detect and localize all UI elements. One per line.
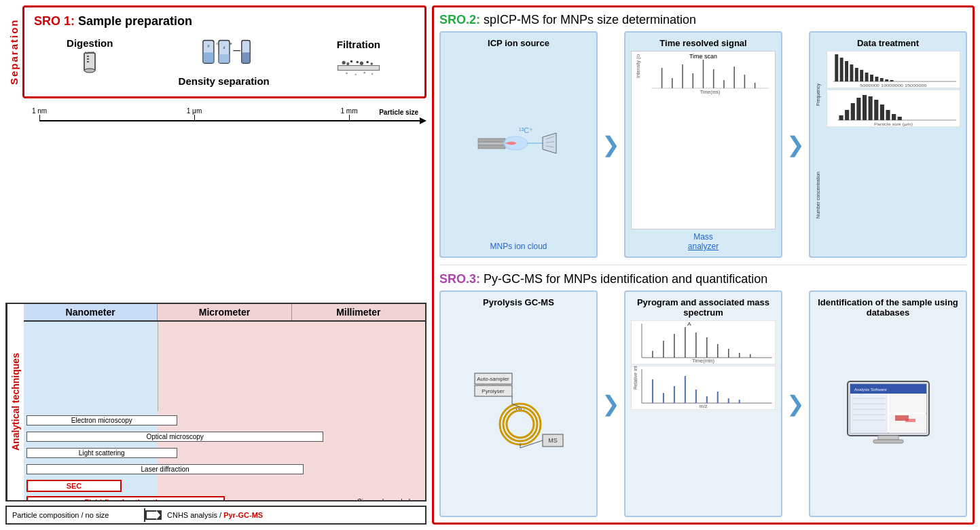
sro2-title: SRO.2: spICP-MS for MNPs size determinat…	[439, 13, 967, 27]
svg-text:Intensity (counts/s): Intensity (counts/s)	[636, 54, 641, 78]
svg-text:Particle size (μm): Particle size (μm)	[874, 122, 913, 127]
sro3-section: SRO.3: Py-GC-MS for MNPs identification …	[439, 272, 967, 517]
svg-point-28	[363, 71, 365, 73]
svg-text:Auto-sampler: Auto-sampler	[477, 376, 509, 382]
arrow-sro3-2: ❯	[786, 391, 805, 417]
sro2-time-box: Time resolved signal Time scan Intensity…	[624, 31, 782, 258]
svg-text:A: A	[687, 321, 691, 327]
svg-rect-72	[851, 103, 855, 120]
svg-text:Time(min): Time(min)	[692, 358, 714, 364]
svg-marker-30	[147, 510, 160, 520]
sro2-mass-subtitle: Massanalyzer	[688, 232, 719, 251]
analytical-techniques-label: Analytical techniques	[7, 304, 24, 500]
svg-rect-131	[889, 394, 926, 413]
sro1-density: p centrifuge d	[179, 35, 270, 87]
svg-rect-78	[886, 110, 890, 120]
svg-rect-79	[892, 114, 896, 120]
svg-point-25	[370, 62, 373, 65]
svg-point-90	[507, 411, 534, 438]
light-scattering-bar: Light scattering	[26, 448, 177, 458]
pyr-gc-ms-label: Pyr-GC-MS	[223, 511, 263, 519]
svg-point-20	[350, 60, 353, 62]
svg-rect-60	[860, 70, 863, 81]
techniques-rows	[24, 322, 425, 411]
svg-text:p: p	[207, 43, 209, 48]
svg-rect-58	[850, 64, 853, 81]
svg-rect-65	[885, 79, 888, 81]
sro3-identification-title: Identification of the sample using datab…	[816, 297, 960, 318]
svg-rect-140	[878, 436, 899, 440]
filtration-icon	[335, 53, 382, 83]
svg-rect-56	[840, 58, 843, 81]
density-label: Density separation	[179, 75, 270, 87]
svg-rect-2	[87, 56, 89, 57]
sro2-title-text: spICP-MS for MNPs size determination	[484, 13, 696, 26]
number-conc-label: Number concentration	[816, 172, 825, 219]
digestion-icon	[76, 52, 103, 86]
svg-point-21	[346, 62, 349, 64]
svg-rect-13	[219, 54, 230, 63]
svg-rect-63	[875, 77, 878, 81]
left-panel: Separation SRO 1: Sample preparation Dig…	[5, 5, 427, 525]
sro3-boxes: Pyrolysis GC-MS Auto-sampler Pyrolyser G…	[439, 290, 967, 517]
sro2-time-title: Time resolved signal	[659, 38, 746, 48]
svg-rect-57	[845, 61, 848, 81]
svg-rect-74	[863, 95, 867, 120]
fff-row: Field-flow fractionation Size and morpho…	[25, 494, 424, 501]
svg-point-26	[346, 72, 348, 74]
sec-row: SEC	[25, 478, 424, 494]
laser-diffraction-bar: Laser diffraction	[26, 464, 304, 474]
svg-rect-3	[87, 58, 89, 60]
sro1-title: SRO 1: Sample preparation	[34, 14, 415, 29]
sro3-pyrolysis-title: Pyrolysis GC-MS	[483, 297, 554, 307]
svg-rect-66	[890, 80, 894, 81]
svg-text:Analysis Software: Analysis Software	[854, 387, 887, 392]
techniques-content: Nanometer Micrometer Millimeter	[24, 304, 425, 500]
svg-rect-77	[880, 105, 884, 120]
svg-rect-32	[478, 143, 505, 145]
svg-point-27	[355, 73, 357, 75]
sro1-title-text: Sample preparation	[78, 14, 192, 28]
svg-text:m/z: m/z	[699, 403, 707, 409]
sro2-data-box: Data treatment Frequency Number concentr…	[809, 31, 967, 258]
laser-diffraction-row: Laser diffraction	[25, 461, 424, 478]
svg-rect-18	[338, 65, 379, 70]
size-morphology-label: Size and morphology	[225, 498, 423, 500]
separation-label: Separation	[5, 5, 22, 98]
svg-point-6	[90, 52, 92, 53]
electron-microscopy-bar: Electron microscopy	[26, 415, 177, 425]
sro2-icp-title: ICP ion source	[488, 38, 549, 48]
svg-point-22	[356, 60, 359, 63]
techniques-box: Analytical techniques Nanometer Micromet…	[5, 303, 427, 501]
svg-rect-31	[478, 138, 505, 142]
electron-microscopy-row: Electron microscopy	[25, 413, 424, 429]
header-millimeter: Millimeter	[292, 304, 425, 320]
svg-point-89	[503, 407, 537, 441]
svg-rect-130	[850, 394, 888, 433]
frequency-label: Frequency	[816, 83, 825, 106]
sro1-outer: Separation SRO 1: Sample preparation Dig…	[5, 5, 427, 98]
svg-rect-71	[845, 110, 849, 120]
arrow-sro3-1: ❯	[602, 391, 620, 417]
svg-point-29	[371, 73, 374, 75]
svg-point-24	[366, 60, 369, 63]
svg-rect-4	[87, 61, 89, 62]
bottom-bar: Particle composition / no size CNHS anal…	[5, 506, 427, 525]
size-header-row: Nanometer Micrometer Millimeter	[24, 304, 425, 322]
sro3-identification-box: Identification of the sample using datab…	[809, 290, 967, 517]
svg-point-1	[84, 69, 95, 73]
svg-point-19	[342, 60, 345, 64]
sro2-data-title: Data treatment	[857, 38, 919, 48]
sro2-label: SRO.2:	[439, 13, 480, 26]
scale-section: 1 nm 1 μm 1 mm Particle size	[5, 102, 427, 299]
mass-analyzer-text: Massanalyzer	[688, 232, 719, 251]
svg-rect-75	[869, 96, 873, 120]
scale-1um: 1 μm	[187, 107, 202, 115]
scale-1mm: 1 mm	[341, 107, 358, 115]
sro3-pyrogram-title: Pyrogram and associated mass spectrum	[631, 297, 776, 318]
sro3-title-text: Py-GC-MS for MNPs identification and qua…	[484, 272, 767, 286]
sro1-filtration: Filtration	[335, 39, 382, 83]
right-panel: SRO.2: spICP-MS for MNPs size determinat…	[432, 5, 975, 525]
svg-rect-62	[870, 75, 873, 81]
svg-rect-9	[203, 52, 214, 63]
